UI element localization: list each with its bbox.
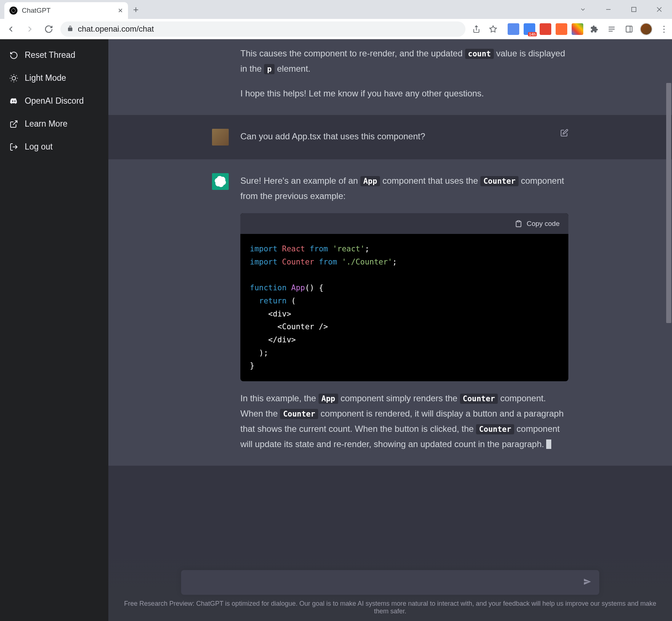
sidebar-item-label: Learn More bbox=[25, 119, 68, 129]
sidebar-item-label: OpenAI Discord bbox=[25, 96, 84, 106]
new-tab-button[interactable]: + bbox=[133, 4, 139, 15]
extension-icon[interactable] bbox=[508, 23, 519, 35]
reading-list-icon[interactable] bbox=[605, 23, 618, 36]
text: component that uses the bbox=[380, 176, 480, 186]
sidebar-item-label: Light Mode bbox=[25, 73, 66, 83]
reset-icon bbox=[9, 51, 18, 60]
svg-rect-2 bbox=[626, 26, 632, 32]
tab-close-icon[interactable]: ✕ bbox=[118, 7, 123, 15]
chat-input[interactable] bbox=[181, 570, 599, 595]
svg-rect-1 bbox=[632, 7, 636, 12]
svg-point-3 bbox=[12, 76, 16, 80]
sidebar-item-log-out[interactable]: Log out bbox=[4, 135, 104, 158]
user-avatar bbox=[212, 129, 229, 146]
external-link-icon bbox=[9, 120, 18, 128]
extension-icon[interactable]: 14h bbox=[524, 23, 535, 35]
share-icon[interactable] bbox=[470, 23, 483, 36]
nav-back-button[interactable] bbox=[4, 22, 18, 36]
tab-bar: ChatGPT ✕ + bbox=[0, 0, 672, 19]
window-dropdown-icon[interactable] bbox=[570, 1, 596, 18]
chat-input-field[interactable] bbox=[189, 578, 583, 587]
svg-point-0 bbox=[12, 9, 16, 13]
copy-code-button[interactable]: Copy code bbox=[527, 218, 560, 230]
sun-icon bbox=[9, 74, 18, 83]
inline-code: App bbox=[319, 394, 338, 404]
inline-code: Counter bbox=[460, 394, 498, 404]
inline-code: Counter bbox=[480, 176, 519, 186]
url-bar: chat.openai.com/chat 14h ⋮ bbox=[0, 19, 672, 39]
logout-icon bbox=[9, 143, 18, 151]
text: Can you add App.tsx that uses this compo… bbox=[240, 129, 568, 144]
send-icon bbox=[583, 578, 591, 586]
extension-icon[interactable] bbox=[556, 23, 567, 35]
inline-code: Counter bbox=[476, 424, 514, 434]
bookmark-icon[interactable] bbox=[487, 23, 500, 36]
sidebar-item-light-mode[interactable]: Light Mode bbox=[4, 67, 104, 89]
code-content: import React from 'react'; import Counte… bbox=[240, 234, 568, 381]
extensions-menu-icon[interactable] bbox=[588, 23, 601, 36]
browser-tab[interactable]: ChatGPT ✕ bbox=[4, 2, 128, 19]
assistant-message: This causes the component to re-render, … bbox=[108, 39, 672, 115]
message-content: Sure! Here's an example of an App compon… bbox=[240, 173, 568, 452]
send-button[interactable] bbox=[583, 578, 591, 587]
profile-avatar[interactable] bbox=[640, 23, 652, 35]
assistant-avatar bbox=[212, 173, 229, 190]
window-controls bbox=[570, 1, 672, 18]
code-header: Copy code bbox=[240, 213, 568, 234]
input-area: Free Research Preview: ChatGPT is optimi… bbox=[108, 552, 672, 621]
code-block: Copy code import React from 'react'; imp… bbox=[240, 213, 568, 381]
discord-icon bbox=[9, 97, 18, 106]
text: Sure! Here's an example of an bbox=[240, 176, 360, 186]
inline-code: Counter bbox=[280, 409, 318, 419]
sidebar-item-learn-more[interactable]: Learn More bbox=[4, 112, 104, 135]
address-bar[interactable]: chat.openai.com/chat bbox=[60, 21, 465, 37]
text: In this example, the bbox=[240, 393, 319, 403]
scrollbar-thumb[interactable] bbox=[666, 83, 671, 323]
tab-favicon-icon bbox=[9, 7, 17, 15]
edit-icon bbox=[560, 129, 568, 137]
sidebar: Reset Thread Light Mode OpenAI Discord L… bbox=[0, 39, 108, 621]
main-content: This causes the component to re-render, … bbox=[108, 39, 672, 621]
openai-logo-icon bbox=[215, 176, 226, 187]
assistant-message: Sure! Here's an example of an App compon… bbox=[108, 159, 672, 466]
footer-note: Free Research Preview: ChatGPT is optimi… bbox=[108, 595, 672, 621]
text: element. bbox=[275, 64, 311, 73]
user-message: Can you add App.tsx that uses this compo… bbox=[108, 115, 672, 159]
message-content: Can you add App.tsx that uses this compo… bbox=[240, 129, 568, 146]
nav-reload-button[interactable] bbox=[41, 22, 56, 36]
browser-menu-icon[interactable]: ⋮ bbox=[660, 24, 668, 34]
sidebar-item-label: Log out bbox=[25, 142, 53, 152]
typing-cursor-icon bbox=[546, 439, 551, 449]
extension-icon[interactable] bbox=[572, 23, 583, 35]
inline-code: p bbox=[264, 64, 275, 74]
clipboard-icon bbox=[515, 220, 522, 227]
nav-forward-button bbox=[23, 22, 37, 36]
extension-icon[interactable] bbox=[540, 23, 551, 35]
sidebar-item-reset-thread[interactable]: Reset Thread bbox=[4, 44, 104, 67]
chat-scroll[interactable]: This causes the component to re-render, … bbox=[108, 39, 672, 621]
side-panel-icon[interactable] bbox=[623, 23, 636, 36]
inline-code: App bbox=[360, 176, 380, 186]
message-content: This causes the component to re-render, … bbox=[240, 46, 568, 101]
svg-rect-4 bbox=[517, 220, 520, 222]
edit-message-button[interactable] bbox=[560, 129, 568, 138]
text: This causes the component to re-render, … bbox=[240, 48, 465, 58]
tab-title: ChatGPT bbox=[22, 7, 113, 15]
url-text: chat.openai.com/chat bbox=[78, 24, 154, 34]
inline-code: count bbox=[465, 49, 494, 59]
browser-chrome: ChatGPT ✕ + chat.openai.com/chat 14h bbox=[0, 0, 672, 39]
text: I hope this helps! Let me know if you ha… bbox=[240, 86, 568, 101]
extensions-bar: 14h ⋮ bbox=[508, 23, 668, 36]
lock-icon bbox=[67, 25, 73, 33]
window-maximize-icon[interactable] bbox=[621, 1, 647, 18]
window-minimize-icon[interactable] bbox=[596, 1, 621, 18]
window-close-icon[interactable] bbox=[647, 1, 672, 18]
sidebar-item-label: Reset Thread bbox=[25, 50, 75, 60]
sidebar-item-discord[interactable]: OpenAI Discord bbox=[4, 89, 104, 112]
text: component simply renders the bbox=[338, 393, 460, 403]
